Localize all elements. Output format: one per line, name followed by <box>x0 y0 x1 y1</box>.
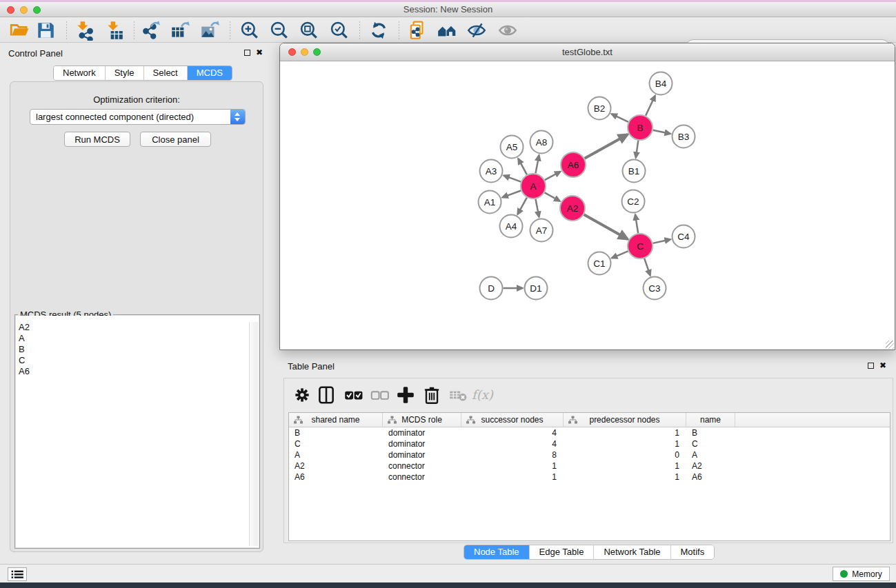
graph-node-B1[interactable]: B1 <box>623 160 646 183</box>
select-all-check-icon[interactable] <box>343 385 364 405</box>
column-header-successor-nodes[interactable]: successor nodes <box>461 413 564 427</box>
graph-node-A4[interactable]: A4 <box>500 215 523 238</box>
table-cell[interactable]: 8 <box>461 449 564 460</box>
graph-node-C2[interactable]: C2 <box>622 190 645 213</box>
delete-table-icon[interactable] <box>448 385 468 405</box>
table-cell[interactable]: 1 <box>461 460 564 472</box>
column-layout-icon[interactable] <box>316 385 337 405</box>
home-layout-icon[interactable] <box>437 20 457 41</box>
graph-edge-A2-C[interactable] <box>584 214 628 239</box>
graph-node-D[interactable]: D <box>480 277 503 300</box>
graph-node-A[interactable]: A <box>521 174 546 199</box>
table-cell[interactable]: dominator <box>383 427 461 438</box>
table-cell[interactable]: 4 <box>461 438 564 449</box>
open-folder-icon[interactable] <box>9 20 30 41</box>
zoom-selected-icon[interactable] <box>329 20 350 41</box>
graph-node-A2[interactable]: A2 <box>560 196 585 221</box>
table-cell[interactable]: connector <box>383 460 461 472</box>
table-cell[interactable]: dominator <box>383 449 461 460</box>
control-panel-close-icon[interactable]: ✖ <box>256 50 263 56</box>
zoom-in-icon[interactable] <box>239 20 260 41</box>
window-resize-grip[interactable] <box>886 341 894 349</box>
network-window-titlebar[interactable]: testGlobe.txt <box>280 43 895 61</box>
graph-edge-A6-B[interactable] <box>585 134 628 159</box>
table-cell[interactable]: B <box>686 427 735 438</box>
table-tab-motifs[interactable]: Motifs <box>671 545 715 559</box>
delete-column-trash-icon[interactable] <box>421 385 442 405</box>
function-builder-icon[interactable]: f(x) <box>472 385 492 405</box>
column-header-predecessor-nodes[interactable]: predecessor nodes <box>564 413 686 427</box>
mcds-result-item[interactable]: A6 <box>19 366 248 377</box>
graph-node-D1[interactable]: D1 <box>525 277 548 300</box>
graph-node-C[interactable]: C <box>628 234 653 258</box>
table-panel-float-icon[interactable] <box>868 363 874 369</box>
mcds-result-item[interactable]: B <box>19 344 248 355</box>
column-header-MCDS-role[interactable]: MCDS role <box>383 413 461 427</box>
table-row[interactable]: Bdominator41B <box>289 427 890 438</box>
refresh-icon[interactable] <box>368 20 389 41</box>
memory-button[interactable]: Memory <box>833 567 890 581</box>
run-mcds-button[interactable]: Run MCDS <box>64 132 130 147</box>
hide-selected-eye-icon[interactable] <box>466 20 487 41</box>
table-tab-network-table[interactable]: Network Table <box>594 545 670 559</box>
table-row[interactable]: Cdominator41C <box>289 438 890 449</box>
column-header-shared-name[interactable]: shared name <box>289 413 383 427</box>
save-session-icon[interactable] <box>35 20 56 41</box>
show-all-eye-icon[interactable] <box>497 20 518 41</box>
table-row[interactable]: A2connector11A2 <box>289 460 890 472</box>
graph-edge-A-A6[interactable] <box>545 172 561 180</box>
criterion-dropdown[interactable]: largest connected component (directed) <box>30 109 246 125</box>
add-column-icon[interactable] <box>395 385 416 405</box>
deselect-all-icon[interactable] <box>369 385 390 405</box>
graph-edge-A-A1[interactable] <box>502 191 521 198</box>
graph-node-B[interactable]: B <box>628 115 653 140</box>
table-cell[interactable]: dominator <box>383 438 461 449</box>
graph-node-A3[interactable]: A3 <box>480 160 503 183</box>
table-cell[interactable]: A2 <box>289 460 383 472</box>
import-network-icon[interactable] <box>74 20 94 41</box>
graph-node-B2[interactable]: B2 <box>588 97 611 120</box>
task-history-button[interactable] <box>8 567 27 581</box>
mcds-result-item[interactable]: C <box>19 355 248 366</box>
graph-edge-A-A2[interactable] <box>545 192 560 201</box>
control-panel-float-icon[interactable] <box>244 50 250 56</box>
table-cell[interactable]: 1 <box>461 472 564 483</box>
export-network-icon[interactable] <box>141 20 161 41</box>
graph-node-C3[interactable]: C3 <box>644 277 666 300</box>
graph-edge-A-A4[interactable] <box>517 198 526 214</box>
control-tab-style[interactable]: Style <box>106 66 144 80</box>
table-row[interactable]: Adominator80A <box>289 449 890 460</box>
control-tab-select[interactable]: Select <box>144 66 188 80</box>
graph-node-A8[interactable]: A8 <box>530 131 553 154</box>
table-cell[interactable]: A6 <box>289 472 383 483</box>
graph-edge-B-B2[interactable] <box>612 114 628 121</box>
table-cell[interactable]: B <box>289 427 383 438</box>
table-options-icon[interactable] <box>292 385 312 405</box>
graph-node-B3[interactable]: B3 <box>673 125 695 148</box>
network-graph[interactable]: AA1A2A3A4A5A6A7A8BB1B2B3B4CC1C2C3C4DD1 <box>281 62 894 349</box>
zoom-fit-icon[interactable] <box>299 20 319 41</box>
table-tab-node-table[interactable]: Node Table <box>464 545 530 559</box>
table-cell[interactable]: C <box>686 438 735 449</box>
table-tab-edge-table[interactable]: Edge Table <box>530 545 595 559</box>
graph-edge-A-A5[interactable] <box>518 159 527 174</box>
column-header-name[interactable]: name <box>686 413 735 427</box>
table-cell[interactable]: 1 <box>564 472 686 483</box>
mcds-scrollbar[interactable] <box>249 322 258 546</box>
table-cell[interactable]: A <box>289 449 383 460</box>
network-canvas[interactable]: AA1A2A3A4A5A6A7A8BB1B2B3B4CC1C2C3C4DD1 <box>281 62 894 349</box>
table-panel-close-icon[interactable]: ✖ <box>879 363 886 369</box>
graph-node-A1[interactable]: A1 <box>479 191 501 214</box>
mcds-result-item[interactable]: A2 <box>19 322 248 333</box>
graph-edge-C-C4[interactable] <box>653 239 670 243</box>
graph-edge-A-A7[interactable] <box>536 199 539 217</box>
copy-network-icon[interactable] <box>408 20 428 41</box>
graph-node-C1[interactable]: C1 <box>588 252 611 275</box>
table-cell[interactable]: connector <box>383 472 461 483</box>
graph-edge-A-A8[interactable] <box>536 155 539 173</box>
graph-edge-B-B3[interactable] <box>653 130 670 134</box>
table-cell[interactable]: 1 <box>564 438 686 449</box>
import-table-icon[interactable] <box>104 20 125 41</box>
table-cell[interactable]: A <box>686 449 735 460</box>
graph-edge-B-B4[interactable] <box>646 96 655 116</box>
